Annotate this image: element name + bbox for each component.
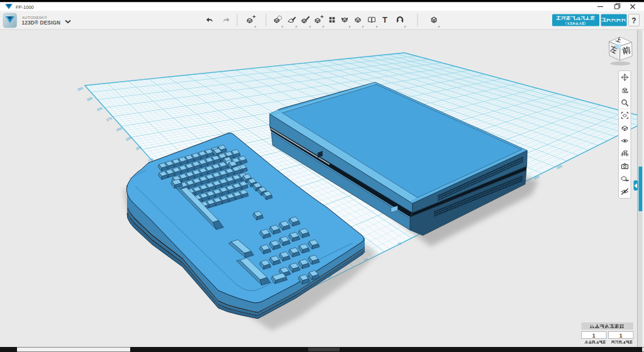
svg-text:T: T (382, 15, 387, 25)
svg-text:123D® DESIGN: 123D® DESIGN (22, 20, 61, 26)
svg-text:FP-1000: FP-1000 (16, 4, 34, 10)
svg-text:?: ? (631, 16, 636, 25)
svg-text:1: 1 (592, 333, 596, 339)
svg-text:1: 1 (619, 333, 623, 339)
svg-text:AUTODESK®: AUTODESK® (22, 16, 47, 19)
